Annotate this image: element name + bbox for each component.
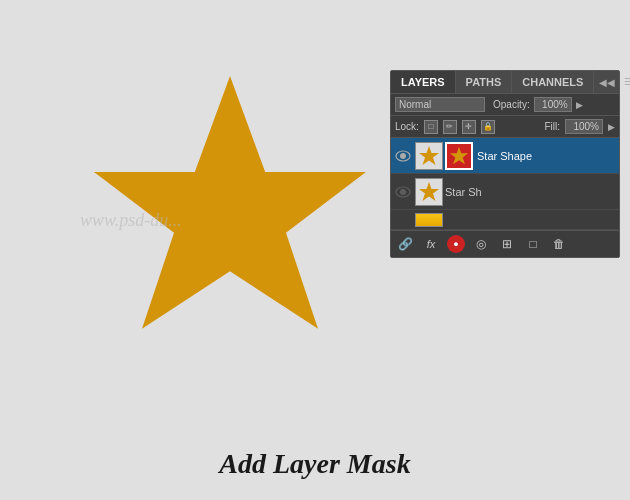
layer-visibility-2[interactable] xyxy=(395,184,411,200)
panel-header: LAYERS PATHS CHANNELS ◀◀ ☰ xyxy=(391,71,619,94)
lock-label: Lock: xyxy=(395,121,419,132)
layers-panel: LAYERS PATHS CHANNELS ◀◀ ☰ Normal Opacit… xyxy=(390,70,620,258)
layer-row-star-sh[interactable]: Star Sh xyxy=(391,174,619,210)
fill-arrow[interactable]: ▶ xyxy=(608,122,615,132)
svg-marker-7 xyxy=(419,182,439,201)
opacity-input[interactable] xyxy=(534,97,572,112)
delete-layer-btn[interactable]: 🗑 xyxy=(549,234,569,254)
layer-row-star-shape[interactable]: Layer mask thumbnail Star Shape xyxy=(391,138,619,174)
panel-menu-btn[interactable]: ☰ xyxy=(620,74,630,90)
svg-marker-0 xyxy=(94,76,366,329)
link-layers-btn[interactable]: 🔗 xyxy=(395,234,415,254)
tab-channels[interactable]: CHANNELS xyxy=(512,71,594,93)
lock-brush[interactable]: ✏ xyxy=(443,120,457,134)
star-shape xyxy=(70,50,390,390)
lock-all[interactable]: 🔒 xyxy=(481,120,495,134)
fill-input[interactable] xyxy=(565,119,603,134)
panel-toolbar: 🔗 fx ● ◎ ⊞ □ 🗑 xyxy=(391,230,619,257)
layer-visibility-3[interactable] xyxy=(395,214,411,226)
eye-icon-2 xyxy=(395,186,411,198)
layer-row-partial[interactable] xyxy=(391,210,619,230)
layer-effects-btn[interactable]: fx xyxy=(421,234,441,254)
panel-collapse-arrows[interactable]: ◀◀ xyxy=(594,74,620,91)
lock-row: Lock: □ ✏ ✛ 🔒 Fill: ▶ xyxy=(391,116,619,138)
opacity-arrow[interactable]: ▶ xyxy=(576,100,583,110)
star-container xyxy=(60,30,400,410)
tab-paths[interactable]: PATHS xyxy=(456,71,513,93)
layer-visibility-1[interactable] xyxy=(395,148,411,164)
svg-point-2 xyxy=(400,153,406,159)
opacity-label: Opacity: xyxy=(493,99,530,110)
layer-thumb-star-2 xyxy=(417,180,441,204)
svg-marker-3 xyxy=(419,146,439,165)
lock-move[interactable]: ✛ xyxy=(462,120,476,134)
adjustment-btn[interactable]: ◎ xyxy=(471,234,491,254)
tab-layers[interactable]: LAYERS xyxy=(391,71,456,93)
eye-icon-1 xyxy=(395,150,411,162)
blend-row: Normal Opacity: ▶ xyxy=(391,94,619,116)
add-mask-btn[interactable]: ● xyxy=(447,235,465,253)
new-layer-btn[interactable]: □ xyxy=(523,234,543,254)
layer-mask-star xyxy=(448,145,470,167)
lock-checkbox[interactable]: □ xyxy=(424,120,438,134)
layer-name-1: Star Shape xyxy=(477,150,615,162)
layers-list: Layer mask thumbnail Star Shape Star Sh xyxy=(391,138,619,230)
blend-mode-select[interactable]: Normal xyxy=(395,97,485,112)
layer-thumb-2 xyxy=(415,178,443,206)
layer-name-2: Star Sh xyxy=(445,186,615,198)
layer-thumb-3 xyxy=(415,213,443,227)
layer-thumb-star-1 xyxy=(417,144,441,168)
group-btn[interactable]: ⊞ xyxy=(497,234,517,254)
fill-label: Fill: xyxy=(544,121,560,132)
svg-marker-4 xyxy=(450,146,468,163)
layer-mask-thumb-1[interactable]: Layer mask thumbnail xyxy=(445,142,473,170)
svg-point-6 xyxy=(400,189,406,195)
bottom-text: Add Layer Mask xyxy=(0,448,630,480)
layer-thumb-1 xyxy=(415,142,443,170)
